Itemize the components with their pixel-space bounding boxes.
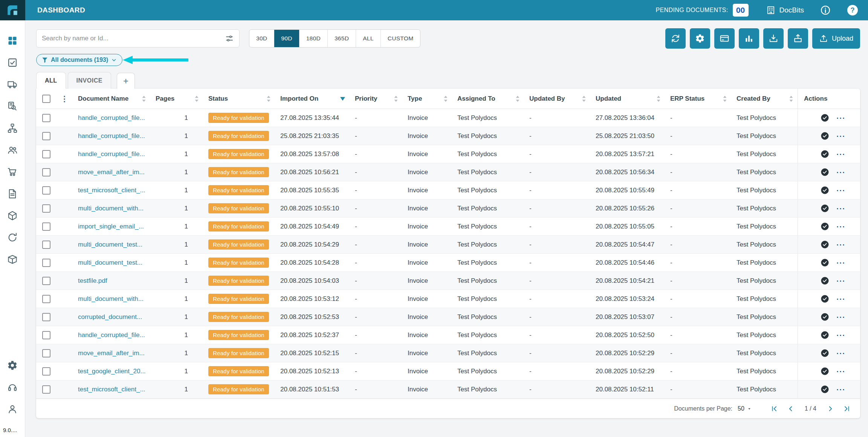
circle-check-icon[interactable] [821,367,829,376]
help-button[interactable]: ? [847,5,858,16]
document-link[interactable]: test_microsoft_client_... [78,386,145,393]
document-link[interactable]: handle_corrupted_file... [78,132,145,140]
row-more-button[interactable]: ⋯ [836,168,845,177]
document-link[interactable]: move_email_after_im... [78,169,145,176]
add-tab-button[interactable]: + [117,73,135,89]
document-link[interactable]: multi_document_with... [78,205,144,212]
next-page-button[interactable] [826,405,834,413]
circle-check-icon[interactable] [821,331,829,339]
col-erp-status[interactable]: ERP Status [665,95,731,103]
row-more-button[interactable]: ⋯ [836,367,845,376]
row-more-button[interactable]: ⋯ [836,150,845,159]
sidebar-item-account[interactable] [7,404,18,414]
document-link[interactable]: handle_corrupted_file... [78,331,145,339]
range-180d[interactable]: 180D [299,30,327,47]
row-more-button[interactable]: ⋯ [836,132,845,141]
col-pages[interactable]: Pages [150,95,203,103]
circle-check-icon[interactable] [821,132,829,140]
sidebar-item-dashboard[interactable] [7,35,18,46]
col-priority[interactable]: Priority [350,95,402,103]
range-all[interactable]: ALL [356,30,380,47]
document-link[interactable]: test_google_client_20... [78,368,146,375]
sidebar-item-inventory[interactable] [7,254,18,265]
document-link[interactable]: handle_corrupted_file... [78,114,145,121]
col-status[interactable]: Status [203,95,275,103]
prev-page-button[interactable] [787,405,795,413]
analytics-button[interactable] [739,28,759,49]
col-imported-on[interactable]: Imported On [275,95,350,103]
circle-check-icon[interactable] [821,168,829,176]
row-more-button[interactable]: ⋯ [836,204,845,213]
document-link[interactable]: test_microsoft_client_... [78,187,145,194]
tune-sliders-icon[interactable] [225,34,234,43]
per-page-select[interactable]: 50 [738,405,752,412]
document-link[interactable]: handle_corrupted_file... [78,150,145,158]
row-more-button[interactable]: ⋯ [836,276,845,285]
circle-check-icon[interactable] [821,113,829,122]
sidebar-item-invoices[interactable] [7,189,18,199]
circle-check-icon[interactable] [821,258,829,267]
column-menu-icon[interactable]: ⋮ [61,94,68,103]
col-created-by[interactable]: Created By [731,95,798,103]
sidebar-item-team[interactable] [7,145,18,155]
row-checkbox[interactable] [42,168,50,176]
sidebar-item-returns[interactable] [7,232,18,243]
row-checkbox[interactable] [42,150,50,158]
row-checkbox[interactable] [42,277,50,285]
circle-check-icon[interactable] [821,349,829,357]
circle-check-icon[interactable] [821,313,829,321]
sidebar-item-packages[interactable] [7,210,18,221]
row-checkbox[interactable] [42,313,50,321]
export-button[interactable] [788,28,808,49]
row-checkbox[interactable] [42,186,50,195]
sidebar-item-purchasing[interactable] [7,167,18,177]
sidebar-item-support[interactable] [7,382,18,393]
row-checkbox[interactable] [42,241,50,249]
col-updated[interactable]: Updated [590,95,665,103]
tab-all[interactable]: ALL [36,72,66,89]
sidebar-item-shipments[interactable] [7,79,18,90]
circle-check-icon[interactable] [821,385,829,394]
search-input[interactable] [42,35,225,42]
col-assigned-to[interactable]: Assigned To [452,95,524,103]
range-custom[interactable]: CUSTOM [381,30,420,47]
row-checkbox[interactable] [42,204,50,213]
circle-check-icon[interactable] [821,222,829,231]
select-all-checkbox[interactable] [42,95,50,103]
col-updated-by[interactable]: Updated By [524,95,590,103]
row-checkbox[interactable] [42,259,50,267]
row-more-button[interactable]: ⋯ [836,113,845,123]
row-checkbox[interactable] [42,114,50,122]
document-link[interactable]: multi_document_test... [78,241,142,248]
row-checkbox[interactable] [42,349,50,357]
row-more-button[interactable]: ⋯ [836,240,845,249]
sidebar-item-document-search[interactable] [7,101,18,112]
range-30d[interactable]: 30D [249,30,274,47]
import-button[interactable] [763,28,784,49]
last-page-button[interactable] [843,405,851,413]
row-checkbox[interactable] [42,132,50,140]
row-checkbox[interactable] [42,295,50,303]
row-more-button[interactable]: ⋯ [836,258,845,267]
circle-check-icon[interactable] [821,240,829,249]
row-more-button[interactable]: ⋯ [836,331,845,340]
circle-check-icon[interactable] [821,294,829,303]
first-page-button[interactable] [770,405,778,413]
col-type[interactable]: Type [402,95,452,103]
row-checkbox[interactable] [42,367,50,376]
circle-check-icon[interactable] [821,186,829,195]
document-link[interactable]: multi_document_with... [78,295,144,302]
sync-button[interactable] [665,28,686,49]
row-more-button[interactable]: ⋯ [836,294,845,304]
document-link[interactable]: corrupted_document... [78,313,142,320]
settings-button[interactable] [690,28,710,49]
document-link[interactable]: multi_document_test... [78,259,142,266]
document-link[interactable]: move_email_after_im... [78,350,145,357]
upload-button[interactable]: Upload [812,28,860,49]
row-checkbox[interactable] [42,222,50,231]
row-checkbox[interactable] [42,385,50,394]
row-more-button[interactable]: ⋯ [836,313,845,322]
row-more-button[interactable]: ⋯ [836,349,845,358]
document-link[interactable]: import_single_email_... [78,223,144,230]
sidebar-item-workflow[interactable] [7,123,18,133]
